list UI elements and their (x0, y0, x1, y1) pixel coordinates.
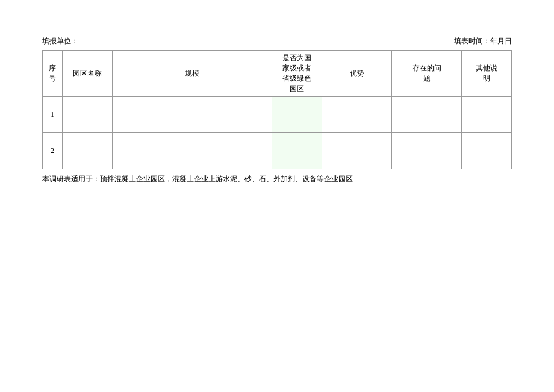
header-left: 填报单位： (42, 36, 176, 46)
col-header-seq: 序号 (43, 51, 63, 97)
cell-name-2[interactable] (63, 133, 113, 169)
fill-time-label: 填表时间： (454, 36, 490, 46)
fill-time-value: 年月日 (490, 36, 512, 46)
table-header-row: 序号 园区名称 规模 是否为国家级或者省级绿色园区 优势 存在的问题 其他说明 (43, 51, 512, 97)
footer-note-text: 本调研表适用于：预拌混凝土企业园区，混凝土企业上游水泥、砂、石、外加剂、设备等企… (42, 175, 353, 183)
header-info: 填报单位： 填表时间： 年月日 (42, 36, 512, 46)
fill-unit-value[interactable] (78, 37, 176, 46)
col-header-green: 是否为国家级或者省级绿色园区 (272, 51, 322, 97)
cell-problem-2[interactable] (392, 133, 462, 169)
page: 填报单位： 填表时间： 年月日 序号 园区名称 规模 是否为国家级或者省级绿色园… (0, 0, 554, 392)
col-header-scale: 规模 (113, 51, 272, 97)
col-header-name: 园区名称 (63, 51, 113, 97)
col-header-problem: 存在的问题 (392, 51, 462, 97)
table-row: 1 (43, 97, 512, 133)
table-row: 2 (43, 133, 512, 169)
main-table: 序号 园区名称 规模 是否为国家级或者省级绿色园区 优势 存在的问题 其他说明 … (42, 50, 512, 169)
cell-advantage-2[interactable] (322, 133, 392, 169)
cell-other-2[interactable] (462, 133, 512, 169)
cell-green-2[interactable] (272, 133, 322, 169)
cell-problem-1[interactable] (392, 97, 462, 133)
cell-seq-1: 1 (43, 97, 63, 133)
footer-note: 本调研表适用于：预拌混凝土企业园区，混凝土企业上游水泥、砂、石、外加剂、设备等企… (42, 174, 512, 184)
cell-scale-2[interactable] (113, 133, 272, 169)
fill-unit-label: 填报单位： (42, 36, 78, 46)
cell-seq-2: 2 (43, 133, 63, 169)
cell-scale-1[interactable] (113, 97, 272, 133)
cell-green-1[interactable] (272, 97, 322, 133)
cell-other-1[interactable] (462, 97, 512, 133)
col-header-advantage: 优势 (322, 51, 392, 97)
cell-advantage-1[interactable] (322, 97, 392, 133)
col-header-other: 其他说明 (462, 51, 512, 97)
header-right: 填表时间： 年月日 (454, 36, 512, 46)
cell-name-1[interactable] (63, 97, 113, 133)
